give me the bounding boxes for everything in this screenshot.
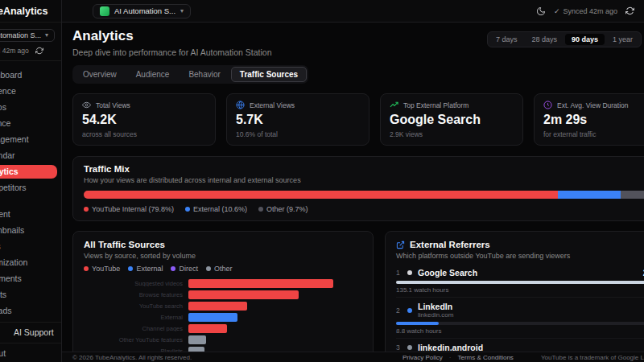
sidebar-nav-top: DashboardAudienceVideosFinanceEngagement… <box>0 61 62 197</box>
page-title: Analytics <box>72 28 271 44</box>
external-referrers-panel: External Referrers Which platforms outsi… <box>385 231 644 352</box>
sidebar-item-label: Analytics <box>0 167 19 176</box>
sidebar-item-videos[interactable]: Videos <box>0 101 57 114</box>
legend-dot <box>84 266 89 271</box>
app-window: ▶ TubeAnalytics AI Automation S... ▾ Syn… <box>0 0 644 362</box>
sources-subtitle: Views by source, sorted by volume <box>84 252 362 260</box>
referrer-row-header: 3linkedin.android271views <box>396 343 644 352</box>
stat-caption: 10.6% of total <box>236 130 360 138</box>
footer-link-privacy-policy[interactable]: Privacy Policy <box>402 354 443 361</box>
stat-card-total-views: Total Views54.2Kacross all sources <box>72 93 216 146</box>
referrer-row[interactable]: 1Google Search2.9Kviews135.1 watch hours <box>396 264 644 297</box>
referrer-progress-track <box>396 281 644 284</box>
range-button-28-days[interactable]: 28 days <box>525 34 564 45</box>
sidebar-item-uploads[interactable]: Uploads <box>0 304 57 318</box>
topbar: AI Automation S... ▾ ✓ Synced 42m ago <box>62 0 644 23</box>
tab-overview[interactable]: Overview <box>74 67 126 82</box>
legend-item: YouTube <box>84 265 120 273</box>
legend-label: External (10.6%) <box>193 205 247 213</box>
referrer-row[interactable]: 2LinkedInlinkedin.com423views8.8 watch h… <box>396 297 644 338</box>
refresh-icon[interactable] <box>625 6 634 15</box>
sidebar-item-label: Thumbnails <box>0 225 24 235</box>
legend-dot <box>206 266 211 271</box>
mix-segment-external <box>558 191 621 199</box>
refresh-icon[interactable] <box>35 47 43 55</box>
analytics-tabs: OverviewAudienceBehaviorTraffic Sources <box>72 65 308 84</box>
chart-category-label: Channel pages <box>84 326 188 332</box>
range-button-7-days[interactable]: 7 days <box>489 34 524 45</box>
chart-row: Channel pages <box>84 324 362 333</box>
stat-label: External Views <box>250 101 295 109</box>
stat-card-top-external-platform: Top External PlatformGoogle Search2.9K v… <box>380 93 523 146</box>
sidebar-item-analytics[interactable]: Analytics <box>0 165 57 179</box>
sidebar-item-titles[interactable]: Titles <box>0 240 57 253</box>
sidebar-item-label: Competitors <box>0 183 27 192</box>
legend-item: External (10.6%) <box>185 205 247 213</box>
sidebar-sync-label: Synced 42m ago <box>0 47 29 55</box>
chevron-down-icon: ▾ <box>180 8 184 14</box>
chart-bar <box>188 335 206 344</box>
trending-up-icon <box>390 101 398 109</box>
stat-label: Ext. Avg. View Duration <box>557 101 629 109</box>
sidebar-item-ai-support[interactable]: AI Support <box>0 326 57 339</box>
clock-icon <box>543 101 552 109</box>
sidebar-item-label: Engagement <box>0 134 29 144</box>
referrer-row[interactable]: 3linkedin.android271views4.2 watch hours <box>396 338 644 352</box>
stat-caption: for external traffic <box>543 130 644 138</box>
sidebar-item-comments[interactable]: Comments <box>0 272 57 286</box>
stat-card-ext-avg-view-duration: Ext. Avg. View Duration2m 29sfor externa… <box>534 93 644 146</box>
sidebar-item-competitors[interactable]: Competitors <box>0 181 57 195</box>
referrer-rank: 2 <box>396 306 402 315</box>
tab-behavior[interactable]: Behavior <box>180 67 229 82</box>
sidebar: ▶ TubeAnalytics AI Automation S... ▾ Syn… <box>0 0 62 362</box>
chart-category-label: Other YouTube features <box>84 337 188 343</box>
legend-label: YouTube <box>92 265 120 273</box>
stat-value: Google Search <box>390 113 514 127</box>
footer-link-terms-conditions[interactable]: Terms & Conditions <box>457 354 513 361</box>
sidebar-item-audience[interactable]: Audience <box>0 84 57 98</box>
legend-item: Direct <box>171 265 198 273</box>
tab-audience[interactable]: Audience <box>127 67 179 82</box>
range-button-1-year[interactable]: 1 year <box>606 34 639 45</box>
referrers-subtitle: Which platforms outside YouTube are send… <box>396 252 644 260</box>
channel-selector[interactable]: AI Automation S... ▾ <box>93 4 191 19</box>
page-subtitle: Deep dive into performance for AI Automa… <box>72 47 271 57</box>
stat-card-header: Total Views <box>82 101 206 109</box>
chart-category-label: External <box>84 315 188 321</box>
legend-item: Other <box>206 265 233 273</box>
sidebar-item-label: Logout <box>0 348 6 358</box>
sidebar-item-logout[interactable]: Logout <box>0 347 57 360</box>
sidebar-item-label: Videos <box>0 102 6 112</box>
sidebar-item-label: Dashboard <box>0 70 22 80</box>
referrer-names: LinkedInlinkedin.com <box>418 302 453 319</box>
legend-item: YouTube Internal (79.8%) <box>84 205 174 213</box>
sidebar-item-label: Titles <box>0 241 1 251</box>
legend-label: Direct <box>179 265 198 273</box>
sidebar-item-finance[interactable]: Finance <box>0 117 57 130</box>
sidebar-item-thumbnails[interactable]: Thumbnails <box>0 224 57 237</box>
sidebar-item-content[interactable]: Content <box>0 208 57 221</box>
referrer-row-header: 2LinkedInlinkedin.com423views <box>396 302 644 319</box>
stat-label: Total Views <box>96 101 130 109</box>
chart-row: External <box>84 313 362 322</box>
sidebar-item-optimization[interactable]: Optimization <box>0 256 57 269</box>
sidebar-item-label: Scripts <box>0 290 6 299</box>
referrer-names: Google Search <box>418 268 477 278</box>
chart-bar <box>188 279 333 288</box>
sidebar-item-label: Uploads <box>0 306 12 315</box>
chart-category-label: Browse features <box>84 292 188 298</box>
sidebar-item-dashboard[interactable]: Dashboard <box>0 68 57 82</box>
sidebar-channel-label: AI Automation S... <box>0 31 41 39</box>
sidebar-item-scripts[interactable]: Scripts <box>0 288 57 302</box>
tab-traffic-sources[interactable]: Traffic Sources <box>231 67 307 82</box>
sources-title: All Traffic Sources <box>84 240 362 249</box>
dark-mode-moon-icon[interactable] <box>536 6 546 16</box>
sidebar-channel-selector[interactable]: AI Automation S... ▾ <box>0 29 55 42</box>
sidebar-item-calendar[interactable]: Calendar <box>0 149 57 162</box>
sidebar-item-engagement[interactable]: Engagement <box>0 133 57 146</box>
date-range-picker: 7 days28 days90 days1 year <box>487 31 642 47</box>
stat-card-header: Top External Platform <box>390 101 514 109</box>
check-icon: ✓ <box>554 7 560 15</box>
traffic-mix-panel: Traffic Mix How your views are distribut… <box>72 156 644 221</box>
range-button-90-days[interactable]: 90 days <box>565 34 605 45</box>
